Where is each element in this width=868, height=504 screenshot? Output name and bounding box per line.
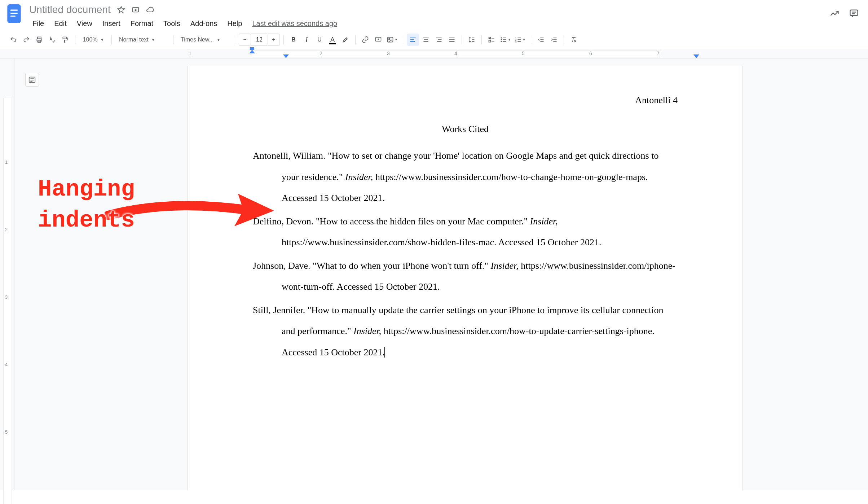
- zoom-select[interactable]: 100% ▼: [79, 34, 108, 46]
- separator: [283, 35, 284, 44]
- outline-toggle-button[interactable]: [25, 73, 39, 87]
- citation-text: Delfino, Devon. "How to access the hidde…: [253, 216, 530, 227]
- annotation-label: Hanging indents: [38, 174, 135, 236]
- first-line-indent-marker[interactable]: [249, 50, 255, 53]
- svg-rect-14: [388, 37, 393, 42]
- header-right-icons: [829, 4, 862, 19]
- menu-bar: File Edit View Insert Format Tools Add-o…: [28, 17, 823, 29]
- svg-rect-39: [503, 39, 506, 40]
- clear-formatting-button[interactable]: [568, 34, 580, 46]
- separator: [403, 35, 403, 44]
- separator: [235, 35, 235, 44]
- align-left-button[interactable]: [407, 34, 419, 46]
- align-right-button[interactable]: [433, 34, 445, 46]
- font-size-decrease-button[interactable]: −: [239, 34, 251, 46]
- horizontal-ruler[interactable]: 1 2 3 4 5 6 7: [0, 49, 868, 58]
- underline-button[interactable]: U: [313, 34, 326, 46]
- print-button[interactable]: [33, 34, 45, 46]
- font-size-increase-button[interactable]: +: [268, 34, 280, 46]
- last-edit-link[interactable]: Last edit was seconds ago: [252, 18, 337, 29]
- ruler-number: 4: [454, 51, 457, 56]
- ruler-number: 3: [387, 51, 390, 56]
- font-size-group: − +: [239, 34, 280, 46]
- ruler-number: 6: [589, 51, 592, 56]
- svg-rect-38: [503, 38, 506, 38]
- canvas[interactable]: Hanging indents Antonelli 4 Works Cited …: [14, 58, 868, 490]
- align-center-button[interactable]: [420, 34, 432, 46]
- left-indent-marker[interactable]: [283, 54, 289, 58]
- decrease-indent-button[interactable]: [535, 34, 547, 46]
- align-justify-button[interactable]: [446, 34, 458, 46]
- vruler-number: 4: [5, 362, 8, 367]
- citation-entry: Delfino, Devon. "How to access the hidde…: [253, 211, 678, 253]
- paint-format-button[interactable]: [59, 34, 71, 46]
- undo-button[interactable]: [7, 34, 19, 46]
- numbered-list-button[interactable]: 123▼: [513, 34, 527, 46]
- docs-logo[interactable]: [6, 4, 22, 24]
- menu-view[interactable]: View: [72, 18, 97, 29]
- app-bar: Untitled document File Edit View Insert …: [0, 0, 868, 31]
- menu-insert[interactable]: Insert: [98, 18, 125, 29]
- style-value: Normal text: [119, 36, 149, 43]
- activity-icon[interactable]: [829, 8, 840, 19]
- docs-icon: [6, 4, 22, 24]
- highlight-color-button[interactable]: [339, 34, 352, 46]
- citation-entry: Johnson, Dave. "What to do when your iPh…: [253, 255, 678, 298]
- menu-file[interactable]: File: [28, 18, 48, 29]
- svg-rect-3: [10, 16, 16, 17]
- citation-source: Insider,: [353, 326, 381, 336]
- citation-source: Insider,: [345, 172, 373, 182]
- spellcheck-button[interactable]: [46, 34, 58, 46]
- vruler-number: 3: [5, 294, 8, 300]
- menu-tools[interactable]: Tools: [159, 18, 185, 29]
- italic-button[interactable]: I: [300, 34, 313, 46]
- paragraph-style-select[interactable]: Normal text ▼: [115, 34, 169, 46]
- document-title[interactable]: Untitled document: [28, 4, 112, 16]
- page-header: Antonelli 4: [253, 95, 678, 106]
- font-size-input[interactable]: [251, 34, 268, 46]
- ruler-number: 2: [320, 51, 322, 56]
- insert-link-button[interactable]: [359, 34, 371, 46]
- text-cursor: [384, 347, 385, 358]
- add-comment-button[interactable]: [372, 34, 384, 46]
- svg-point-37: [501, 41, 502, 42]
- line-spacing-button[interactable]: [466, 34, 478, 46]
- font-value: Times New...: [181, 36, 214, 43]
- font-select[interactable]: Times New... ▼: [177, 34, 231, 46]
- separator: [531, 35, 531, 44]
- document-page[interactable]: Antonelli 4 Works Cited Antonelli, Willi…: [188, 66, 743, 490]
- star-icon[interactable]: [117, 5, 125, 14]
- right-indent-marker[interactable]: [693, 54, 699, 58]
- svg-point-36: [501, 39, 502, 40]
- separator: [462, 35, 462, 44]
- comments-icon[interactable]: [849, 8, 859, 19]
- menu-format[interactable]: Format: [126, 18, 158, 29]
- menu-edit[interactable]: Edit: [50, 18, 71, 29]
- separator: [111, 35, 112, 44]
- menu-addons[interactable]: Add-ons: [186, 18, 222, 29]
- separator: [481, 35, 482, 44]
- bold-button[interactable]: B: [287, 34, 300, 46]
- citation-source: Insider,: [530, 216, 558, 227]
- checklist-button[interactable]: [485, 34, 498, 46]
- toolbar: 100% ▼ Normal text ▼ Times New... ▼ − + …: [0, 31, 868, 49]
- vruler-number: 2: [5, 227, 8, 232]
- redo-button[interactable]: [20, 34, 32, 46]
- separator: [173, 35, 173, 44]
- svg-text:3: 3: [515, 41, 517, 43]
- move-icon[interactable]: [131, 5, 140, 14]
- citation-source: Insider,: [490, 260, 518, 271]
- document-title: Works Cited: [253, 124, 678, 135]
- citation-entry: Still, Jennifer. "How to manually update…: [253, 300, 678, 363]
- vruler-number: 5: [5, 429, 8, 435]
- menu-help[interactable]: Help: [223, 18, 246, 29]
- vertical-ruler[interactable]: 1 2 3 4 5: [0, 58, 14, 490]
- bulleted-list-button[interactable]: ▼: [498, 34, 512, 46]
- cloud-status-icon[interactable]: [146, 5, 154, 14]
- ruler-number: 7: [657, 51, 660, 56]
- svg-point-35: [501, 37, 502, 38]
- text-color-button[interactable]: A: [326, 34, 339, 46]
- insert-image-button[interactable]: ▼: [385, 34, 399, 46]
- increase-indent-button[interactable]: [548, 34, 560, 46]
- chevron-down-icon: ▼: [151, 38, 155, 42]
